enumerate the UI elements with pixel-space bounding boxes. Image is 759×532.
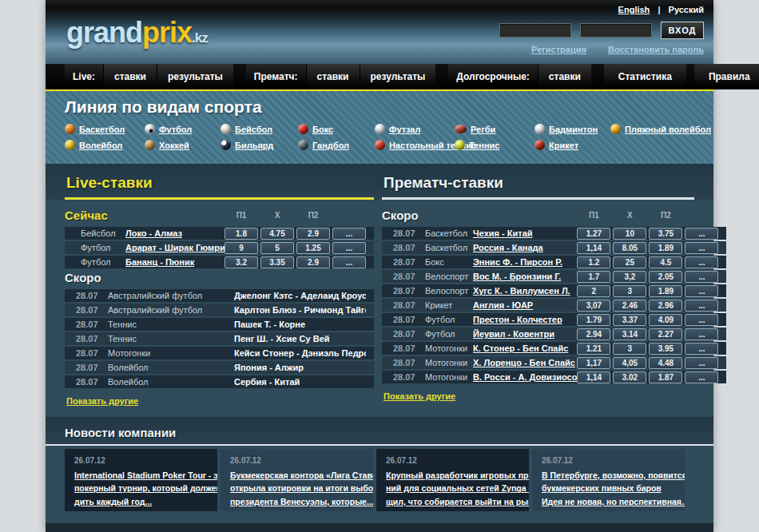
odds-x-button[interactable]: 3.37 xyxy=(613,314,646,326)
nav-longterm-stakes[interactable]: ставки xyxy=(538,64,591,89)
match-link[interactable]: Эннис Ф. - Пирсон Р. xyxy=(473,257,577,267)
match-link[interactable]: Англия - ЮАР xyxy=(473,300,577,310)
odds-p1-button[interactable]: 9 xyxy=(225,242,258,254)
odds-p1-button[interactable]: 1.21 xyxy=(577,343,610,355)
odds-p1-button[interactable]: 1.27 xyxy=(577,228,610,240)
more-odds-button[interactable]: ... xyxy=(685,357,718,369)
odds-p2-button[interactable]: 4.48 xyxy=(649,357,682,369)
odds-p2-button[interactable]: 4.09 xyxy=(649,314,682,326)
odds-p2-button[interactable]: 1.87 xyxy=(649,371,682,383)
odds-x-button[interactable]: 3 xyxy=(613,343,646,355)
more-odds-button[interactable]: ... xyxy=(685,228,718,240)
odds-p2-button[interactable]: 2.05 xyxy=(649,271,682,283)
odds-x-button[interactable]: 5 xyxy=(260,242,294,254)
odds-p2-button[interactable]: 1.89 xyxy=(649,242,682,254)
sport-link[interactable]: Крикет xyxy=(534,140,610,150)
odds-p2-button[interactable]: 1.89 xyxy=(649,285,682,297)
more-odds-button[interactable]: ... xyxy=(332,256,366,268)
odds-p2-button[interactable]: 2.9 xyxy=(296,256,330,268)
lang-english-link[interactable]: English xyxy=(618,5,650,14)
prematch-show-more-link[interactable]: Показать другие xyxy=(383,391,455,401)
recover-password-link[interactable]: Восстановить пароль xyxy=(608,45,704,54)
nav-rules[interactable]: Правила xyxy=(694,64,759,89)
odds-x-button[interactable]: 3.14 xyxy=(613,328,646,340)
news-link[interactable]: International Stadium Poker Tour - это п… xyxy=(74,469,208,508)
match-link[interactable]: Бананц - Пюник xyxy=(125,257,225,267)
odds-p2-button[interactable]: 3.75 xyxy=(649,228,682,240)
match-link[interactable]: Хугс К. - Виллумсен Л. xyxy=(473,286,577,296)
sport-link[interactable]: Волейбол xyxy=(65,140,145,150)
more-odds-button[interactable]: ... xyxy=(685,371,718,383)
odds-x-button[interactable]: 8.05 xyxy=(613,242,646,254)
site-logo[interactable]: grandprix.kz xyxy=(66,16,208,50)
odds-p1-button[interactable]: 1,14 xyxy=(577,242,610,254)
match-link[interactable]: Россия - Канада xyxy=(473,243,577,252)
odds-x-button[interactable]: 3.35 xyxy=(260,256,294,268)
more-odds-button[interactable]: ... xyxy=(685,256,718,268)
nav-prematch-stakes[interactable]: ставки xyxy=(306,64,360,89)
odds-p2-button[interactable]: 1.25 xyxy=(296,242,330,254)
news-link[interactable]: В Петербурге, возможно, появится сеть бу… xyxy=(542,469,675,508)
match-link[interactable]: Йеувил - Ковентри xyxy=(473,329,577,339)
nav-live-results[interactable]: результаты xyxy=(157,64,233,89)
odds-p1-button[interactable]: 2 xyxy=(577,285,610,297)
odds-p1-button[interactable]: 1,14 xyxy=(577,371,610,383)
match-link[interactable]: Арарат - Ширак Гюмри xyxy=(125,243,225,252)
sport-link[interactable]: Бейсбол xyxy=(221,124,298,134)
sport-link[interactable]: Пляжный волейбол xyxy=(610,124,713,134)
more-odds-button[interactable]: ... xyxy=(685,328,718,340)
odds-p1-button[interactable]: 1.79 xyxy=(577,314,610,326)
odds-p1-button[interactable]: 1,17 xyxy=(577,357,610,369)
match-link[interactable]: К. Стонер - Бен Спайс xyxy=(473,343,577,353)
odds-p1-button[interactable]: 1.8 xyxy=(225,228,258,240)
sport-link[interactable]: Хоккей xyxy=(145,140,221,150)
login-button[interactable]: ВХОД xyxy=(661,22,704,39)
more-odds-button[interactable]: ... xyxy=(332,228,366,240)
sport-link[interactable]: Бокс xyxy=(298,124,375,134)
odds-x-button[interactable]: 10 xyxy=(613,228,646,240)
news-link[interactable]: Крупный разработчик игровых приложе- ний… xyxy=(386,469,519,508)
match-link[interactable]: Локо - Алмаз xyxy=(125,228,225,238)
more-odds-button[interactable]: ... xyxy=(685,285,718,297)
more-odds-button[interactable]: ... xyxy=(685,242,718,254)
nav-statistics[interactable]: Статистика xyxy=(604,64,686,89)
odds-p2-button[interactable]: 2.96 xyxy=(649,300,682,312)
odds-p2-button[interactable]: 3.95 xyxy=(649,343,682,355)
live-show-more-link[interactable]: Показать другие xyxy=(66,396,138,406)
odds-p1-button[interactable]: 3.2 xyxy=(225,256,258,268)
login-password-input[interactable] xyxy=(580,23,652,38)
nav-live-stakes[interactable]: ставки xyxy=(103,64,157,89)
match-link[interactable]: Чехия - Китай xyxy=(473,228,577,238)
odds-x-button[interactable]: 4,05 xyxy=(613,357,646,369)
odds-x-button[interactable]: 3.02 xyxy=(613,371,646,383)
odds-p1-button[interactable]: 1.2 xyxy=(577,256,610,268)
odds-x-button[interactable]: 2.46 xyxy=(613,300,646,312)
match-link[interactable]: В. Росси - А. Довизиосо xyxy=(473,372,577,382)
odds-p1-button[interactable]: 2.94 xyxy=(577,328,610,340)
more-odds-button[interactable]: ... xyxy=(685,343,718,355)
odds-x-button[interactable]: 25 xyxy=(613,256,646,268)
odds-p2-button[interactable]: 2.27 xyxy=(649,328,682,340)
sport-link[interactable]: Теннис xyxy=(455,140,534,150)
sport-link[interactable]: Футзал xyxy=(375,124,455,134)
match-link[interactable]: Х. Лоренцо - Бен Спайс xyxy=(473,358,577,367)
sport-link[interactable]: Настольный теннис xyxy=(375,140,455,150)
odds-x-button[interactable]: 3 xyxy=(613,285,646,297)
more-odds-button[interactable]: ... xyxy=(685,300,718,312)
nav-prematch-results[interactable]: результаты xyxy=(360,64,436,89)
sport-link[interactable]: Регби xyxy=(455,124,534,134)
news-link[interactable]: Букмекерская контора «Лига Ставок» откры… xyxy=(230,469,364,508)
match-link[interactable]: Престон - Колчестер xyxy=(473,315,577,324)
register-link[interactable]: Регистрация xyxy=(531,45,586,54)
more-odds-button[interactable]: ... xyxy=(332,242,366,254)
match-link[interactable]: Вос М. - Бронзини Г. xyxy=(473,272,577,281)
login-username-input[interactable] xyxy=(499,23,571,38)
odds-x-button[interactable]: 3,2 xyxy=(613,271,646,283)
odds-p1-button[interactable]: 3,07 xyxy=(577,300,610,312)
sport-link[interactable]: Гандбол xyxy=(298,140,375,150)
sport-link[interactable]: Бильярд xyxy=(221,140,298,150)
odds-p2-button[interactable]: 2.9 xyxy=(296,228,330,240)
more-odds-button[interactable]: ... xyxy=(685,271,718,283)
more-odds-button[interactable]: ... xyxy=(685,314,718,326)
sport-link[interactable]: Баскетбол xyxy=(65,124,145,134)
